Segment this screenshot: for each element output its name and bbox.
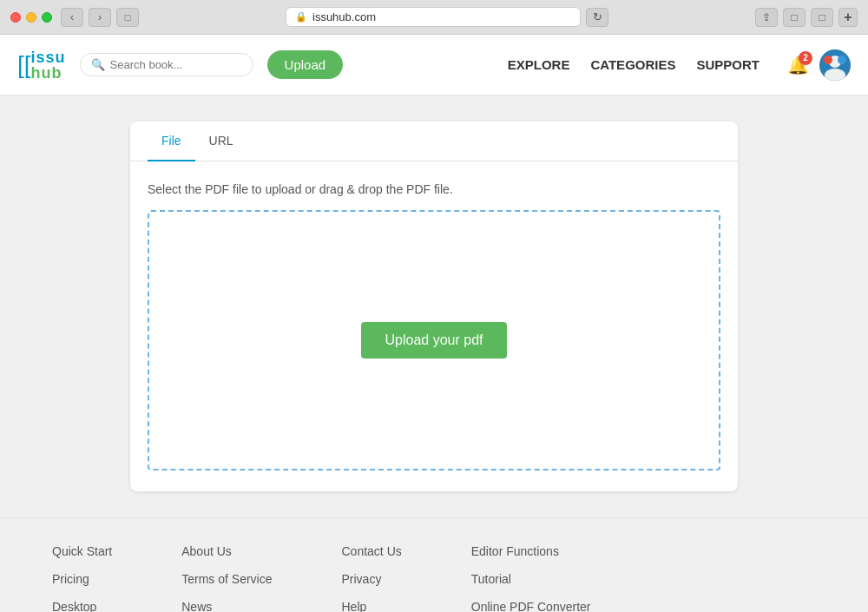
fullscreen-button[interactable]: □ — [783, 8, 806, 27]
footer-tutorial[interactable]: Tutorial — [471, 572, 591, 586]
search-icon: 🔍 — [91, 58, 105, 71]
search-container: 🔍 — [80, 53, 253, 76]
footer-privacy[interactable]: Privacy — [342, 572, 402, 586]
tabs-row: File URL — [130, 122, 738, 161]
tab-url[interactable]: URL — [195, 122, 247, 161]
forward-button[interactable]: › — [89, 8, 111, 27]
footer-col-3: Contact Us Privacy Help — [342, 544, 402, 612]
nav-actions: 🔔 2 — [787, 49, 851, 81]
svg-point-3 — [824, 56, 832, 64]
nav-categories[interactable]: CATEGORIES — [590, 57, 675, 72]
maximize-button[interactable] — [42, 12, 52, 23]
reload-button[interactable]: ↻ — [586, 8, 608, 27]
close-button[interactable] — [10, 12, 21, 23]
app-wrapper: [[ issu hub 🔍 Upload EXPLORE CATEGORIES … — [0, 35, 868, 612]
footer-col-2: About Us Terms of Service News — [181, 544, 272, 612]
minimize-button[interactable] — [26, 12, 36, 23]
tab-overview-button[interactable]: □ — [116, 8, 139, 27]
top-nav: [[ issu hub 🔍 Upload EXPLORE CATEGORIES … — [0, 35, 868, 95]
drop-zone[interactable]: Upload your pdf — [148, 210, 720, 471]
footer-about-us[interactable]: About Us — [181, 544, 272, 558]
footer-cols: Quick Start Pricing Desktop About Us Ter… — [52, 544, 816, 612]
logo-issu: issu — [31, 49, 66, 65]
logo-hub: hub — [31, 65, 66, 81]
svg-point-4 — [838, 56, 846, 64]
upload-instructions: Select the PDF file to upload or drag & … — [148, 182, 720, 196]
upload-button[interactable]: Upload — [267, 50, 344, 79]
upload-body: Select the PDF file to upload or drag & … — [130, 161, 738, 491]
logo-text: issu hub — [31, 49, 66, 81]
url-text: issuhub.com — [312, 10, 376, 23]
footer-pricing[interactable]: Pricing — [52, 572, 112, 586]
address-bar[interactable]: 🔒 issuhub.com — [286, 7, 581, 27]
address-bar-container: 🔒 issuhub.com ↻ — [148, 7, 746, 27]
footer-editor-functions[interactable]: Editor Functions — [471, 544, 591, 558]
bell-container[interactable]: 🔔 2 — [787, 55, 809, 76]
footer-col-4: Editor Functions Tutorial Online PDF Con… — [471, 544, 591, 612]
footer: Quick Start Pricing Desktop About Us Ter… — [0, 517, 868, 612]
footer-quick-start[interactable]: Quick Start — [52, 544, 112, 558]
traffic-lights — [10, 12, 52, 23]
footer-terms-of-service[interactable]: Terms of Service — [181, 572, 272, 586]
search-input[interactable] — [110, 58, 232, 71]
nav-support[interactable]: SUPPORT — [696, 57, 760, 72]
logo[interactable]: [[ issu hub — [17, 49, 66, 81]
footer-contact-us[interactable]: Contact Us — [342, 544, 402, 558]
upload-pdf-button[interactable]: Upload your pdf — [361, 322, 508, 359]
lock-icon: 🔒 — [295, 11, 307, 23]
avatar-image — [819, 49, 851, 81]
browser-nav: ‹ › □ — [61, 8, 139, 27]
main-content: File URL Select the PDF file to upload o… — [0, 95, 868, 517]
footer-desktop[interactable]: Desktop — [52, 600, 112, 612]
nav-explore[interactable]: EXPLORE — [508, 57, 570, 72]
share-button[interactable]: ⇪ — [755, 8, 778, 27]
logo-bracket-left: [[ — [17, 51, 31, 79]
footer-help[interactable]: Help — [342, 600, 402, 612]
footer-col-1: Quick Start Pricing Desktop — [52, 544, 112, 612]
new-tab-button[interactable]: + — [838, 8, 858, 27]
footer-news[interactable]: News — [181, 600, 272, 612]
browser-chrome: ‹ › □ 🔒 issuhub.com ↻ ⇪ □ □ + — [0, 0, 868, 35]
back-button[interactable]: ‹ — [61, 8, 83, 27]
notification-badge: 2 — [799, 51, 812, 65]
windows-button[interactable]: □ — [811, 8, 833, 27]
tab-file[interactable]: File — [148, 122, 195, 161]
upload-card: File URL Select the PDF file to upload o… — [130, 122, 738, 491]
browser-actions: ⇪ □ □ + — [755, 8, 858, 27]
nav-links: EXPLORE CATEGORIES SUPPORT — [508, 57, 760, 72]
avatar[interactable] — [819, 49, 851, 81]
browser-titlebar: ‹ › □ 🔒 issuhub.com ↻ ⇪ □ □ + — [0, 0, 868, 34]
footer-online-pdf-converter[interactable]: Online PDF Converter — [471, 600, 591, 612]
